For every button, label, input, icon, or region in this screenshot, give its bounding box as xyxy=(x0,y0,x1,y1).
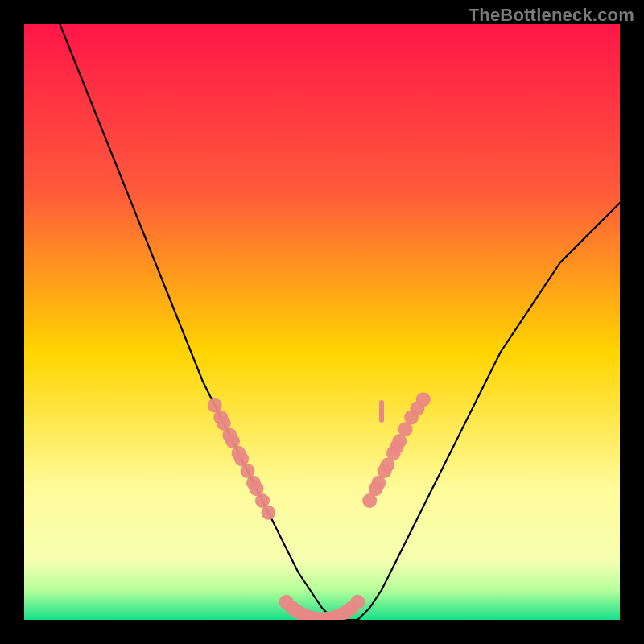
marker-left-cluster-markers xyxy=(261,506,275,520)
plot-area xyxy=(24,24,620,620)
chart-frame: TheBottleneck.com xyxy=(0,0,644,644)
chart-svg xyxy=(24,24,620,620)
tick-right-tick-marker xyxy=(379,400,384,423)
marker-valley-markers xyxy=(350,595,365,609)
watermark-text: TheBottleneck.com xyxy=(469,5,634,26)
gradient-background xyxy=(24,24,620,620)
marker-right-cluster-markers xyxy=(416,392,431,407)
